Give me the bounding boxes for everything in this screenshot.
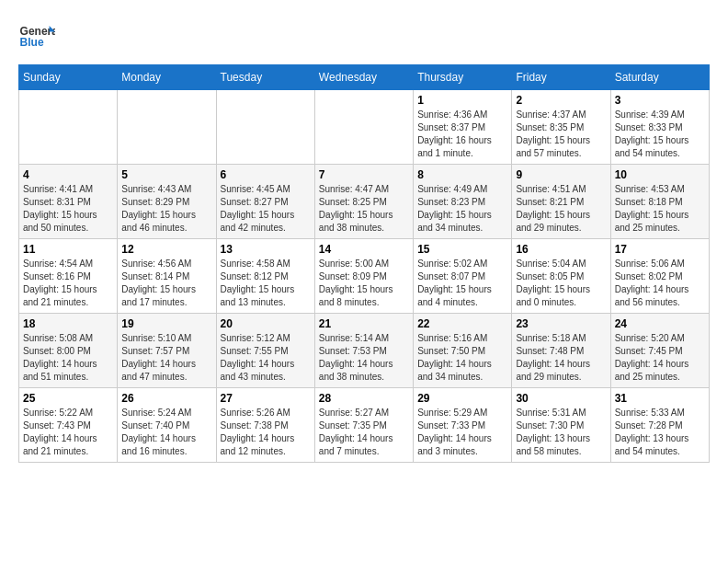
day-info: Sunrise: 4:58 AMSunset: 8:12 PMDaylight:… [221, 258, 311, 309]
day-number: 14 [319, 243, 409, 256]
header-tuesday: Tuesday [216, 65, 314, 90]
calendar-week-5: 25Sunrise: 5:22 AMSunset: 7:43 PMDayligh… [19, 388, 710, 463]
day-info: Sunrise: 4:45 AMSunset: 8:27 PMDaylight:… [221, 183, 311, 235]
logo: General Blue [18, 18, 59, 55]
day-info: Sunrise: 5:04 AMSunset: 8:05 PMDaylight:… [516, 258, 606, 309]
day-number: 21 [319, 317, 409, 330]
calendar-cell: 7Sunrise: 4:47 AMSunset: 8:25 PMDaylight… [314, 165, 413, 239]
day-info: Sunrise: 5:31 AMSunset: 7:30 PMDaylight:… [516, 407, 606, 458]
calendar-cell: 14Sunrise: 5:00 AMSunset: 8:09 PMDayligh… [314, 239, 413, 314]
day-info: Sunrise: 5:18 AMSunset: 7:48 PMDaylight:… [516, 332, 606, 384]
calendar-cell: 26Sunrise: 5:24 AMSunset: 7:40 PMDayligh… [118, 388, 216, 463]
calendar-week-4: 18Sunrise: 5:08 AMSunset: 8:00 PMDayligh… [19, 314, 710, 388]
calendar-cell: 10Sunrise: 4:53 AMSunset: 8:18 PMDayligh… [610, 165, 709, 239]
day-info: Sunrise: 5:16 AMSunset: 7:50 PMDaylight:… [417, 332, 507, 384]
calendar-cell [216, 90, 314, 165]
calendar-cell: 16Sunrise: 5:04 AMSunset: 8:05 PMDayligh… [512, 239, 610, 314]
day-info: Sunrise: 5:08 AMSunset: 8:00 PMDaylight:… [23, 332, 113, 384]
day-info: Sunrise: 4:36 AMSunset: 8:37 PMDaylight:… [417, 109, 507, 160]
calendar-cell: 23Sunrise: 5:18 AMSunset: 7:48 PMDayligh… [512, 314, 610, 388]
day-number: 30 [516, 392, 606, 405]
page-header: General Blue [18, 18, 710, 55]
day-info: Sunrise: 4:56 AMSunset: 8:14 PMDaylight:… [121, 258, 211, 309]
calendar-cell: 17Sunrise: 5:06 AMSunset: 8:02 PMDayligh… [610, 239, 709, 314]
day-number: 10 [615, 168, 705, 181]
day-number: 25 [23, 392, 113, 405]
svg-text:Blue: Blue [20, 36, 44, 49]
day-number: 20 [221, 317, 311, 330]
day-info: Sunrise: 4:54 AMSunset: 8:16 PMDaylight:… [23, 258, 113, 309]
day-number: 9 [516, 168, 606, 181]
calendar-cell [118, 90, 216, 165]
day-number: 31 [615, 392, 705, 405]
day-number: 6 [221, 168, 311, 181]
day-number: 28 [319, 392, 409, 405]
day-number: 1 [417, 94, 507, 107]
day-number: 17 [615, 243, 705, 256]
calendar-cell: 31Sunrise: 5:33 AMSunset: 7:28 PMDayligh… [610, 388, 709, 463]
calendar-week-3: 11Sunrise: 4:54 AMSunset: 8:16 PMDayligh… [19, 239, 710, 314]
day-number: 8 [417, 168, 507, 181]
day-info: Sunrise: 5:02 AMSunset: 8:07 PMDaylight:… [417, 258, 507, 309]
calendar-table: SundayMondayTuesdayWednesdayThursdayFrid… [18, 64, 710, 463]
calendar-cell: 3Sunrise: 4:39 AMSunset: 8:33 PMDaylight… [610, 90, 709, 165]
day-number: 12 [121, 243, 211, 256]
calendar-cell: 29Sunrise: 5:29 AMSunset: 7:33 PMDayligh… [414, 388, 512, 463]
calendar-header-row: SundayMondayTuesdayWednesdayThursdayFrid… [19, 65, 710, 90]
calendar-cell: 18Sunrise: 5:08 AMSunset: 8:00 PMDayligh… [19, 314, 118, 388]
calendar-cell: 15Sunrise: 5:02 AMSunset: 8:07 PMDayligh… [414, 239, 512, 314]
day-info: Sunrise: 5:27 AMSunset: 7:35 PMDaylight:… [319, 407, 409, 458]
calendar-cell: 6Sunrise: 4:45 AMSunset: 8:27 PMDaylight… [216, 165, 314, 239]
calendar-cell: 28Sunrise: 5:27 AMSunset: 7:35 PMDayligh… [314, 388, 413, 463]
day-info: Sunrise: 5:10 AMSunset: 7:57 PMDaylight:… [121, 332, 211, 384]
header-friday: Friday [512, 65, 610, 90]
day-number: 3 [615, 94, 705, 107]
day-number: 15 [417, 243, 507, 256]
day-info: Sunrise: 5:20 AMSunset: 7:45 PMDaylight:… [615, 332, 705, 384]
calendar-body: 1Sunrise: 4:36 AMSunset: 8:37 PMDaylight… [19, 90, 710, 463]
day-number: 19 [121, 317, 211, 330]
day-info: Sunrise: 4:47 AMSunset: 8:25 PMDaylight:… [319, 183, 409, 235]
calendar-cell: 5Sunrise: 4:43 AMSunset: 8:29 PMDaylight… [118, 165, 216, 239]
day-info: Sunrise: 4:53 AMSunset: 8:18 PMDaylight:… [615, 183, 705, 235]
day-info: Sunrise: 4:39 AMSunset: 8:33 PMDaylight:… [615, 109, 705, 160]
calendar-cell: 19Sunrise: 5:10 AMSunset: 7:57 PMDayligh… [118, 314, 216, 388]
day-number: 24 [615, 317, 705, 330]
calendar-cell [19, 90, 118, 165]
day-number: 2 [516, 94, 606, 107]
header-wednesday: Wednesday [314, 65, 413, 90]
day-info: Sunrise: 4:51 AMSunset: 8:21 PMDaylight:… [516, 183, 606, 235]
day-number: 27 [221, 392, 311, 405]
day-number: 5 [121, 168, 211, 181]
day-info: Sunrise: 5:00 AMSunset: 8:09 PMDaylight:… [319, 258, 409, 309]
calendar-cell: 21Sunrise: 5:14 AMSunset: 7:53 PMDayligh… [314, 314, 413, 388]
day-info: Sunrise: 5:06 AMSunset: 8:02 PMDaylight:… [615, 258, 705, 309]
day-info: Sunrise: 5:26 AMSunset: 7:38 PMDaylight:… [221, 407, 311, 458]
day-info: Sunrise: 5:29 AMSunset: 7:33 PMDaylight:… [417, 407, 507, 458]
calendar-week-2: 4Sunrise: 4:41 AMSunset: 8:31 PMDaylight… [19, 165, 710, 239]
header-sunday: Sunday [19, 65, 118, 90]
calendar-cell: 30Sunrise: 5:31 AMSunset: 7:30 PMDayligh… [512, 388, 610, 463]
calendar-cell: 13Sunrise: 4:58 AMSunset: 8:12 PMDayligh… [216, 239, 314, 314]
calendar-cell: 25Sunrise: 5:22 AMSunset: 7:43 PMDayligh… [19, 388, 118, 463]
calendar-cell [314, 90, 413, 165]
calendar-cell: 8Sunrise: 4:49 AMSunset: 8:23 PMDaylight… [414, 165, 512, 239]
header-monday: Monday [118, 65, 216, 90]
day-info: Sunrise: 4:49 AMSunset: 8:23 PMDaylight:… [417, 183, 507, 235]
day-info: Sunrise: 5:22 AMSunset: 7:43 PMDaylight:… [23, 407, 113, 458]
day-number: 18 [23, 317, 113, 330]
calendar-cell: 1Sunrise: 4:36 AMSunset: 8:37 PMDaylight… [414, 90, 512, 165]
day-number: 7 [319, 168, 409, 181]
day-number: 16 [516, 243, 606, 256]
day-info: Sunrise: 5:24 AMSunset: 7:40 PMDaylight:… [121, 407, 211, 458]
calendar-cell: 4Sunrise: 4:41 AMSunset: 8:31 PMDaylight… [19, 165, 118, 239]
day-info: Sunrise: 5:33 AMSunset: 7:28 PMDaylight:… [615, 407, 705, 458]
day-info: Sunrise: 4:43 AMSunset: 8:29 PMDaylight:… [121, 183, 211, 235]
day-info: Sunrise: 4:41 AMSunset: 8:31 PMDaylight:… [23, 183, 113, 235]
calendar-cell: 20Sunrise: 5:12 AMSunset: 7:55 PMDayligh… [216, 314, 314, 388]
calendar-week-1: 1Sunrise: 4:36 AMSunset: 8:37 PMDaylight… [19, 90, 710, 165]
calendar-cell: 2Sunrise: 4:37 AMSunset: 8:35 PMDaylight… [512, 90, 610, 165]
calendar-cell: 12Sunrise: 4:56 AMSunset: 8:14 PMDayligh… [118, 239, 216, 314]
calendar-cell: 22Sunrise: 5:16 AMSunset: 7:50 PMDayligh… [414, 314, 512, 388]
calendar-cell: 9Sunrise: 4:51 AMSunset: 8:21 PMDaylight… [512, 165, 610, 239]
